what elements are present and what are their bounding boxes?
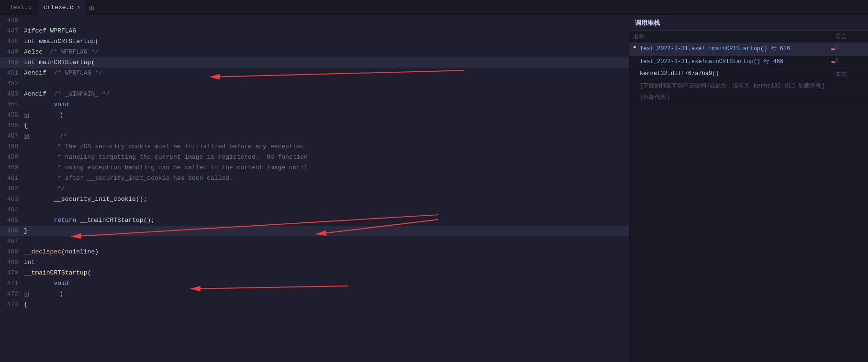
code-line-459: 459 * handling targetting the current im…: [0, 152, 629, 163]
code-line-466: 466 }: [0, 226, 629, 236]
line-content-456: {: [24, 121, 625, 131]
code-line-458: 458 * The /GS security cookie must be in…: [0, 142, 629, 152]
code-line-455: 455 ⊟ ): [0, 110, 629, 121]
line-content-447: #ifdef WPRFLAG: [24, 26, 625, 36]
callstack-header: 调用堆栈: [629, 15, 868, 31]
callstack-name-0: Test_2022-3-31.exe!_tmainCRTStartup() 行 …: [640, 44, 829, 53]
line-content-466: }: [24, 226, 625, 236]
line-content-455: ): [30, 110, 625, 121]
line-num-447: 447: [0, 26, 24, 36]
line-num-461: 461: [0, 173, 24, 184]
line-num-456: 456: [0, 121, 24, 131]
tab-test-c[interactable]: Test.c: [4, 0, 38, 15]
code-line-468: 468 __declspec(noinline): [0, 247, 629, 257]
callstack-name-1: Test_2022-3-31.exe!mainCRTStartup() 行 46…: [640, 57, 829, 66]
tab-crtexe-c-label: crtexe.c: [44, 4, 73, 11]
line-content-460: * using exception handling can be called…: [24, 163, 625, 173]
line-content-469: int: [24, 257, 625, 268]
code-line-461: 461 * after __security_init_cookie has b…: [0, 173, 629, 184]
line-content-471: void: [24, 278, 625, 289]
callstack-name-3: [下面的框架可能不正确和/或缺失，没有为 kernel32.dll 加载符号]: [640, 82, 835, 90]
line-content-472: ): [30, 289, 625, 299]
line-content-462: */: [24, 184, 625, 194]
line-content-454: void: [24, 99, 625, 110]
col-name-header: 名称: [633, 33, 835, 41]
line-num-462: 462: [0, 184, 24, 194]
code-panel-wrapper: 446 447 #ifdef WPRFLAG 448 int wmainCRTS…: [0, 15, 629, 362]
callstack-name-2: kernel32.dll!767a7ba9(): [640, 70, 835, 77]
code-line-456: 456 {: [0, 121, 629, 131]
line-num-469: 469: [0, 257, 24, 268]
expand-455[interactable]: ⊟: [24, 113, 29, 118]
code-line-449: 449 #else /* WPRFLAG */: [0, 47, 629, 57]
callstack-row-0[interactable]: ● Test_2022-3-31.exe!_tmainCRTStartup() …: [629, 43, 868, 56]
line-num-468: 468: [0, 247, 24, 257]
line-num-448: 448: [0, 36, 24, 47]
callstack-lang-2: 未知: [835, 70, 864, 78]
tab-test-c-label: Test.c: [10, 4, 32, 11]
line-num-467: 467: [0, 236, 24, 247]
code-line-460: 460 * using exception handling can be ca…: [0, 163, 629, 173]
code-line-463: 463 __security_init_cookie();: [0, 194, 629, 205]
callstack-lang-1: C: [835, 57, 864, 64]
code-line-452: 452: [0, 78, 629, 89]
line-content-458: * The /GS security cookie must be initia…: [24, 142, 625, 152]
expand-457[interactable]: ⊟: [24, 134, 29, 139]
code-line-447: 447 #ifdef WPRFLAG: [0, 26, 629, 36]
code-line-453: 453 #endif /* _WINMAIN_ */: [0, 89, 629, 99]
code-line-465: 465 return __tmainCRTStartup();: [0, 215, 629, 226]
code-line-446: 446: [0, 15, 629, 26]
callstack-title: 调用堆栈: [635, 19, 660, 27]
callstack-row-1[interactable]: Test_2022-3-31.exe!mainCRTStartup() 行 46…: [629, 56, 868, 69]
callstack-rows[interactable]: ● Test_2022-3-31.exe!_tmainCRTStartup() …: [629, 43, 868, 362]
callstack-arrow-1: ⬅: [831, 57, 835, 67]
code-line-462: 462 */: [0, 184, 629, 194]
line-content-473: {: [24, 299, 625, 310]
tab-crtexe-c[interactable]: crtexe.c ✕: [38, 0, 87, 15]
callstack-indicator-0: ●: [633, 44, 640, 50]
code-line-473: 473 {: [0, 299, 629, 310]
toolbar-right: ⊞: [86, 3, 98, 12]
code-line-472: 472 ⊟ ): [0, 289, 629, 299]
line-content-459: * handling targetting the current image …: [24, 152, 625, 163]
code-line-464: 464: [0, 205, 629, 215]
code-line-450: 450 int mainCRTStartup(: [0, 57, 629, 68]
tab-close-icon[interactable]: ✕: [77, 4, 80, 11]
line-num-454: 454: [0, 99, 24, 110]
title-bar: Test.c crtexe.c ✕ ⊞: [0, 0, 868, 15]
line-content-449: #else /* WPRFLAG */: [24, 47, 625, 57]
line-num-466: 466: [0, 226, 24, 236]
line-content-453: #endif /* _WINMAIN_ */: [24, 89, 625, 99]
line-num-465: 465: [0, 215, 24, 226]
line-num-459: 459: [0, 152, 24, 163]
line-content-463: __security_init_cookie();: [24, 194, 625, 205]
callstack-row-4: [外部代码]: [629, 92, 868, 103]
line-num-471: 471: [0, 278, 24, 289]
line-num-451: 451: [0, 68, 24, 78]
code-line-467: 467: [0, 236, 629, 247]
expand-472[interactable]: ⊟: [24, 292, 29, 296]
code-area[interactable]: 446 447 #ifdef WPRFLAG 448 int wmainCRTS…: [0, 15, 629, 310]
line-num-458: 458: [0, 142, 24, 152]
code-line-470: 470 __tmainCRTStartup(: [0, 268, 629, 278]
callstack-row-2[interactable]: kernel32.dll!767a7ba9() 未知: [629, 69, 868, 80]
callstack-arrow-0: ⬅: [831, 44, 835, 54]
callstack-lang-0: C: [835, 44, 864, 51]
line-content-470: __tmainCRTStartup(: [24, 268, 625, 278]
line-num-463: 463: [0, 194, 24, 205]
line-content-451: #endif /* WPRFLAG */: [24, 68, 625, 78]
main-layout: 446 447 #ifdef WPRFLAG 448 int wmainCRTS…: [0, 15, 868, 362]
code-panel[interactable]: 446 447 #ifdef WPRFLAG 448 int wmainCRTS…: [0, 15, 629, 310]
line-content-448: int wmainCRTStartup(: [24, 36, 625, 47]
callstack-table-header: 名称 语言: [629, 31, 868, 43]
line-content-461: * after __security_init_cookie has been …: [24, 173, 625, 184]
line-num-457: 457: [0, 131, 24, 142]
line-num-460: 460: [0, 163, 24, 173]
line-content-457: /*: [30, 131, 625, 142]
line-num-452: 452: [0, 78, 24, 89]
line-num-472: 472: [0, 289, 24, 299]
expand-button[interactable]: ⊞: [86, 3, 98, 12]
line-num-449: 449: [0, 47, 24, 57]
line-num-446: 446: [0, 15, 24, 26]
code-line-454: 454 void: [0, 99, 629, 110]
